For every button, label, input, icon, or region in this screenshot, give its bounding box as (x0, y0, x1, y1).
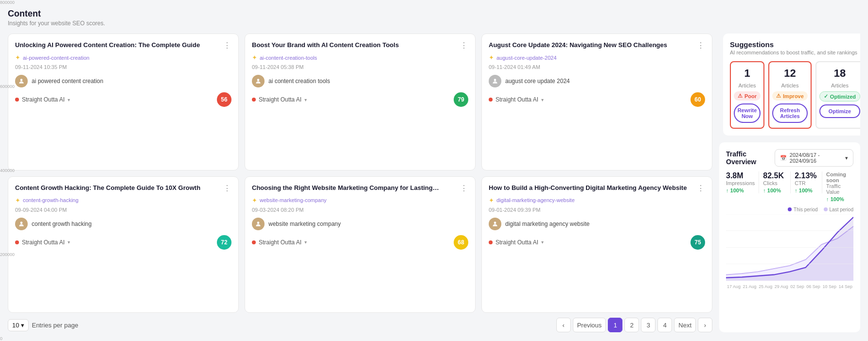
metric-label: Clicks (763, 180, 786, 186)
card-keyword: digital marketing agency website (489, 218, 705, 230)
keyword-avatar (15, 218, 28, 230)
score-badge: 72 (217, 235, 231, 250)
metric-0: 3.8M Impressions ↑ 100% (726, 171, 759, 193)
status-text: Optimized (830, 94, 856, 100)
status-badge: ⚠ Poor (734, 91, 761, 101)
status-text: Poor (744, 93, 757, 99)
metric-3: Coming soon Traffic Value ↑ 100% (822, 171, 853, 202)
calendar-icon: 📅 (780, 155, 787, 161)
card-keyword: content growth hacking (15, 218, 231, 230)
metric-change: ↑ 100% (726, 188, 755, 193)
keyword-avatar (489, 218, 501, 230)
cards-grid: Unlocking AI Powered Content Creation: T… (8, 34, 712, 313)
status-badge: ⚠ Improve (772, 91, 808, 101)
prev-text-button[interactable]: Previous (573, 318, 606, 332)
score-badge: 68 (454, 235, 468, 250)
prev-button[interactable]: ‹ (556, 318, 571, 332)
suggestions-grid: 1 Articles ⚠ Poor Rewrite Now 12 Article… (730, 61, 860, 129)
card-title: Content Growth Hacking: The Complete Gui… (15, 184, 223, 192)
card-title: August Core Update 2024: Navigating New … (489, 41, 697, 50)
card-date: 09-01-2024 09:39 PM (489, 207, 705, 213)
card-footer: Straight Outta AI ▾ 56 (15, 92, 231, 107)
card-menu-button[interactable]: ⋮ (460, 184, 468, 193)
app-container: Content Insights for your website SEO sc… (0, 0, 868, 341)
author-name: Straight Outta AI (259, 239, 301, 246)
card-title: How to Build a High-Converting Digital M… (489, 184, 697, 192)
card-slug: ✦ digital-marketing-agency-website (489, 197, 705, 204)
author-chevron: ▾ (68, 97, 70, 102)
author-section[interactable]: Straight Outta AI ▾ (489, 96, 544, 103)
score-badge: 79 (454, 92, 468, 107)
suggestion-label: Articles (831, 83, 849, 88)
author-section[interactable]: Straight Outta AI ▾ (15, 239, 70, 246)
card-menu-button[interactable]: ⋮ (697, 41, 705, 50)
author-section[interactable]: Straight Outta AI ▾ (252, 239, 307, 246)
entries-per-page-dropdown[interactable]: 10 ▾ (8, 319, 29, 331)
article-card-2[interactable]: August Core Update 2024: Navigating New … (481, 34, 712, 170)
card-keyword: ai powered content creation (15, 75, 231, 87)
metric-change: ↑ 100% (795, 188, 818, 193)
page-2-button[interactable]: 2 (624, 318, 639, 332)
author-dot (15, 240, 19, 244)
author-section[interactable]: Straight Outta AI ▾ (252, 96, 307, 103)
metric-label: CTR (795, 180, 818, 186)
card-date: 09-11-2024 01:49 AM (489, 64, 705, 70)
page-3-button[interactable]: 3 (641, 318, 655, 332)
card-footer: Straight Outta AI ▾ 60 (489, 92, 705, 107)
card-footer: Straight Outta AI ▾ 79 (252, 92, 468, 107)
article-card-0[interactable]: Unlocking AI Powered Content Creation: T… (8, 34, 239, 170)
chart-x-label: 29 Aug (775, 284, 788, 289)
card-header: How to Build a High-Converting Digital M… (489, 184, 705, 193)
date-range-button[interactable]: 📅 2024/08/17 - 2024/09/16 ▾ (775, 149, 853, 167)
suggestion-action-button[interactable]: Refresh Articles (772, 103, 808, 123)
card-footer: Straight Outta AI ▾ 68 (252, 235, 468, 250)
keyword-text: ai powered content creation (32, 78, 103, 85)
next-text-button[interactable]: Next (674, 318, 696, 332)
card-title: Boost Your Brand with AI Content Creatio… (252, 41, 460, 50)
metric-value: Coming soon (826, 171, 850, 183)
card-menu-button[interactable]: ⋮ (223, 184, 231, 193)
metric-value: 3.8M (726, 171, 755, 180)
card-footer: Straight Outta AI ▾ 75 (489, 235, 705, 250)
metrics-row: 3.8M Impressions ↑ 100% 82.5K Clicks ↑ 1… (726, 171, 853, 202)
card-menu-button[interactable]: ⋮ (223, 41, 231, 50)
svg-point-1 (257, 79, 260, 81)
article-card-3[interactable]: Content Growth Hacking: The Complete Gui… (8, 176, 239, 313)
suggestion-card-2: 18 Articles ✓ Optimized Optimize (815, 61, 860, 129)
right-sidebar: Suggestions AI recommendations to boost … (719, 34, 860, 332)
page-4-button[interactable]: 4 (657, 318, 672, 332)
pagination-bar: 10 ▾ Entries per page ‹ Previous 1 2 3 4… (8, 318, 712, 332)
card-date: 09-09-2024 04:00 PM (15, 207, 231, 213)
suggestion-action-button[interactable]: Optimize (819, 104, 860, 118)
card-keyword: august core update 2024 (489, 75, 705, 87)
author-dot (489, 98, 493, 102)
traffic-header: Traffic Overview 📅 2024/08/17 - 2024/09/… (726, 149, 853, 167)
author-chevron: ▾ (541, 239, 544, 245)
chart-x-label: 06 Sep (806, 284, 820, 289)
slug-icon: ✦ (15, 197, 20, 204)
slug-text: content-growth-hacking (23, 197, 78, 203)
page-1-button[interactable]: 1 (608, 318, 622, 332)
article-card-5[interactable]: How to Build a High-Converting Digital M… (481, 176, 712, 313)
article-card-1[interactable]: Boost Your Brand with AI Content Creatio… (245, 34, 476, 170)
author-chevron: ▾ (68, 239, 70, 245)
author-section[interactable]: Straight Outta AI ▾ (489, 239, 544, 246)
suggestion-card-0: 1 Articles ⚠ Poor Rewrite Now (730, 61, 764, 129)
card-date: 09-03-2024 08:20 PM (252, 207, 468, 213)
article-card-4[interactable]: Choosing the Right Website Marketing Com… (245, 176, 476, 313)
status-text: Improve (783, 93, 804, 99)
suggestions-title: Suggestions (730, 40, 860, 49)
entries-label: Entries per page (32, 322, 78, 329)
author-section[interactable]: Straight Outta AI ▾ (15, 96, 70, 103)
suggestion-action-button[interactable]: Rewrite Now (734, 103, 761, 123)
score-badge: 75 (691, 235, 705, 250)
author-name: Straight Outta AI (22, 239, 65, 246)
metric-label: Impressions (726, 180, 755, 186)
card-header: Content Growth Hacking: The Complete Gui… (15, 184, 231, 193)
card-menu-button[interactable]: ⋮ (697, 184, 705, 193)
next-button[interactable]: › (698, 318, 712, 332)
entries-count: 10 (12, 322, 19, 329)
slug-text: ai-powered-content-creation (23, 55, 89, 61)
card-menu-button[interactable]: ⋮ (460, 41, 468, 50)
page-header: Content Insights for your website SEO sc… (8, 9, 860, 27)
